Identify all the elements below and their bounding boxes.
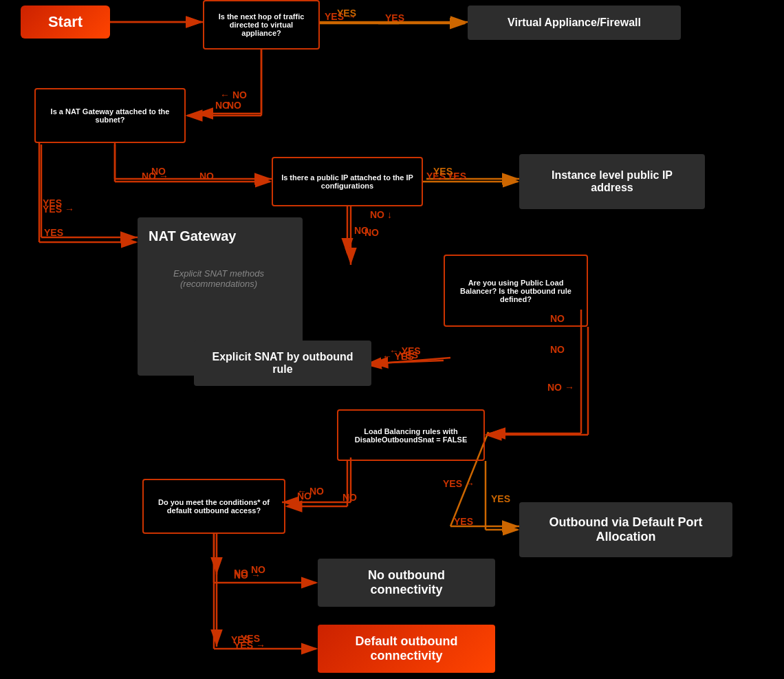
no-label-q3-down: NO [364, 227, 379, 238]
yes-q1-label: YES → [325, 11, 356, 22]
no-q4-label: NO → [547, 382, 574, 393]
instance-ip-node: Instance level public IP address [519, 154, 705, 209]
no-q3-label: NO ↓ [370, 209, 392, 220]
explicit-snat-node: Explicit SNAT by outbound rule [194, 341, 371, 386]
yes-q2-label: YES → [43, 204, 74, 215]
no-q2-label: NO → [142, 171, 168, 182]
q1-node: Is the next hop of traffic directed to v… [203, 0, 320, 50]
q4-node: Are you using Public Load Balancer? Is t… [444, 255, 588, 327]
no-q1-label: ← NO [220, 89, 247, 100]
yes-label-q1: YES [385, 12, 404, 23]
yes-label-lb: YES [454, 516, 473, 527]
no-label-q2: NO [199, 171, 214, 182]
lb-rules-node: Load Balancing rules with DisableOutboun… [337, 409, 485, 461]
no-outbound-node: No outbound connectivity [318, 559, 495, 607]
no-label-lb: NO [342, 492, 357, 503]
no-label-q4: NO [550, 344, 565, 355]
yes-label-q2: YES [44, 227, 63, 238]
start-node: Start [21, 6, 110, 39]
yes-q4-label: ← YES [382, 351, 414, 362]
nat-subtext: Explicit SNAT methods (recommendations) [143, 268, 294, 289]
q5-node: Do you meet the conditions* of default o… [142, 479, 285, 534]
yes-q5-label: YES → [234, 640, 265, 651]
yes-q3-label: YES → [426, 171, 458, 182]
q3-node: Is there a public IP attached to the IP … [272, 157, 423, 206]
q2-node: Is a NAT Gateway attached to the subnet? [34, 88, 186, 143]
outbound-default-port-node: Outbound via Default Port Allocation [519, 502, 732, 557]
default-outbound-node: Default outbound connectivity [318, 625, 495, 673]
no-lb-label: ← NO [297, 486, 324, 497]
no-q5-label: NO → [234, 570, 261, 581]
no-label-q1-down: NO [227, 100, 241, 111]
yes-lb-label: YES → [443, 478, 475, 489]
virtual-appliance-node: Virtual Appliance/Firewall [468, 6, 681, 40]
flowchart-diagram: YES NO NO YES NO YES YES NO NO YES NO YE… [0, 0, 784, 679]
